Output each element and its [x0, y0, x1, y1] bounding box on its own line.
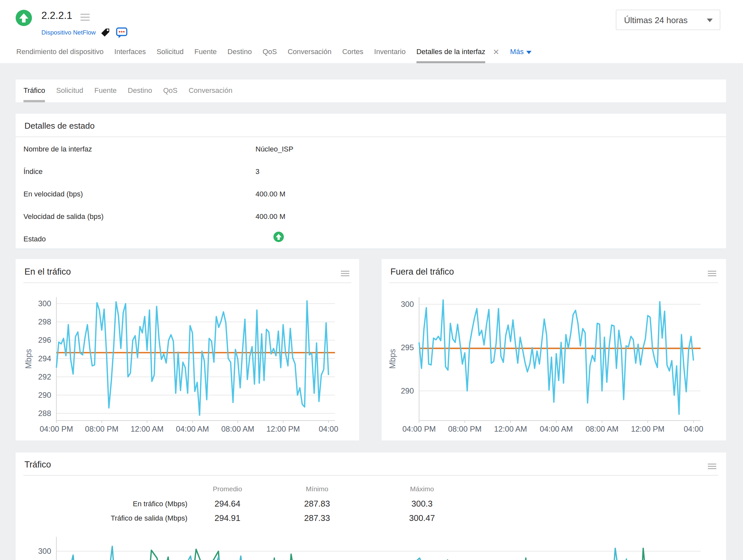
tab-conversaci-n[interactable]: Conversación [288, 48, 332, 63]
svg-text:296: 296 [38, 335, 51, 344]
svg-text:12:00 AM: 12:00 AM [131, 424, 164, 433]
svg-text:300: 300 [38, 547, 51, 555]
status-row-value: 400.00 M [256, 190, 286, 198]
svg-text:298: 298 [38, 317, 51, 326]
svg-text:04:00: 04:00 [319, 424, 338, 433]
chart-menu-icon[interactable] [341, 271, 349, 278]
tag-icon[interactable] [100, 28, 111, 38]
svg-text:12:00 AM: 12:00 AM [494, 424, 527, 433]
status-row-value: 3 [256, 168, 259, 176]
more-label: Más [510, 48, 524, 56]
svg-text:08:00 AM: 08:00 AM [221, 424, 254, 433]
svg-text:Mbps: Mbps [24, 349, 33, 369]
tab-destino[interactable]: Destino [227, 48, 252, 63]
status-up-icon [273, 232, 284, 242]
svg-text:04:00 PM: 04:00 PM [40, 424, 73, 433]
subtab-fuente[interactable]: Fuente [94, 80, 117, 102]
svg-text:12:00 PM: 12:00 PM [266, 424, 300, 433]
status-row: Índice3 [16, 159, 726, 181]
stat-value: 294.91 [214, 513, 241, 523]
tab-cortes[interactable]: Cortes [342, 48, 363, 63]
svg-text:04:00 AM: 04:00 AM [176, 424, 209, 433]
status-row-value: 400.00 M [256, 213, 286, 221]
tab-solicitud[interactable]: Solicitud [157, 48, 183, 63]
status-row: En velocidad (bps)400.00 M [16, 181, 726, 204]
svg-text:12:00 PM: 12:00 PM [631, 424, 664, 433]
stat-value: 287.33 [304, 513, 330, 523]
in-traffic-chart-card: En el tráfico 28829029229429629830004:00… [16, 259, 359, 440]
chart-menu-icon[interactable] [708, 271, 716, 278]
stat-value: 294.64 [214, 499, 241, 509]
device-menu-icon[interactable] [81, 14, 90, 22]
tab-inventario[interactable]: Inventario [374, 48, 406, 63]
tab-fuente[interactable]: Fuente [194, 48, 217, 63]
dropdown-caret-icon [707, 18, 713, 22]
svg-text:08:00 PM: 08:00 PM [85, 424, 119, 433]
status-details-title: Detalles de estado [25, 121, 94, 131]
svg-text:08:00 PM: 08:00 PM [448, 424, 482, 433]
chart-menu-icon[interactable] [708, 464, 716, 470]
stat-column-header: Promedio [213, 485, 242, 493]
status-row-value: Núcleo_ISP [256, 145, 293, 153]
svg-text:04:00 AM: 04:00 AM [540, 424, 573, 433]
traffic-summary-card: Tráfico PromedioMínimoMáximoEn tráfico (… [16, 453, 726, 560]
subtab-tr-fico[interactable]: Tráfico [24, 80, 45, 102]
stat-value: 300.3 [411, 499, 432, 509]
tab-rendimiento-del-dispositivo[interactable]: Rendimiento del dispositivo [16, 48, 104, 63]
device-tab-bar: Rendimiento del dispositivoInterfacesSol… [16, 44, 531, 63]
svg-text:290: 290 [401, 386, 414, 395]
svg-text:292: 292 [38, 372, 51, 381]
traffic-chart: 300 [16, 534, 726, 560]
svg-text:04:00 PM: 04:00 PM [402, 424, 436, 433]
in-traffic-chart: 28829029229429629830004:00 PM08:00 PM12:… [16, 283, 359, 440]
time-range-dropdown[interactable]: Últimas 24 horas [616, 10, 720, 30]
traffic-summary-title: Tráfico [25, 460, 51, 470]
svg-text:290: 290 [38, 390, 51, 400]
stat-value: 287.83 [304, 499, 330, 509]
status-row-label: Velocidad de salida (bps) [24, 213, 104, 221]
in-traffic-chart-title: En el tráfico [25, 267, 71, 277]
chevron-down-icon [526, 51, 531, 54]
device-status-up-icon [16, 10, 32, 26]
tab-detalles-de-la-interfaz[interactable]: Detalles de la interfaz [417, 48, 486, 63]
status-row: Velocidad de salida (bps)400.00 M [16, 204, 726, 226]
stat-column-header: Máximo [410, 485, 434, 493]
status-row-label: Índice [24, 168, 43, 176]
out-traffic-chart-card: Fuera del tráfico 29029530004:00 PM08:00… [382, 259, 726, 440]
page-title: 2.2.2.1 [41, 10, 72, 21]
stat-row-label: En tráfico (Mbps) [133, 500, 188, 508]
stat-column-header: Mínimo [306, 485, 329, 493]
status-row-label: Nombre de la interfaz [24, 145, 92, 153]
status-row-label: En velocidad (bps) [24, 190, 83, 198]
subtab-qos[interactable]: QoS [163, 80, 178, 102]
svg-text:294: 294 [38, 354, 51, 363]
status-row: Nombre de la interfazNúcleo_ISP [16, 137, 726, 159]
stat-row-label: Tráfico de salida (Mbps) [111, 514, 187, 522]
page-header: 2.2.2.1 Dispositivo NetFlow Últimas 24 h… [0, 0, 743, 63]
subtab-solicitud[interactable]: Solicitud [56, 80, 83, 102]
tab-more[interactable]: Más [510, 48, 531, 63]
device-type-link[interactable]: Dispositivo NetFlow [41, 29, 96, 36]
svg-text:300: 300 [401, 300, 414, 309]
subtab-conversaci-n[interactable]: Conversación [189, 80, 233, 102]
status-row-value [256, 232, 284, 244]
svg-text:300: 300 [38, 299, 51, 308]
divider [24, 475, 718, 476]
svg-text:04:00: 04:00 [684, 424, 703, 433]
out-traffic-chart-title: Fuera del tráfico [390, 267, 454, 277]
status-row-label: Estado [24, 235, 46, 243]
close-tab-icon[interactable]: ✕ [493, 48, 499, 63]
comment-icon[interactable] [116, 28, 128, 38]
svg-text:Mbps: Mbps [388, 349, 397, 369]
out-traffic-chart: 29029530004:00 PM08:00 PM12:00 AM04:00 A… [382, 283, 726, 440]
time-range-value: Últimas 24 horas [624, 15, 688, 26]
stat-value: 300.47 [409, 513, 435, 523]
tab-qos[interactable]: QoS [263, 48, 277, 63]
interface-subtabs: TráficoSolicitudFuenteDestinoQoSConversa… [16, 80, 726, 102]
tab-interfaces[interactable]: Interfaces [115, 48, 146, 63]
status-row: Estado [16, 226, 726, 249]
status-details-card: Detalles de estado Nombre de la interfaz… [16, 114, 726, 248]
svg-text:288: 288 [38, 409, 51, 418]
subtab-destino[interactable]: Destino [128, 80, 152, 102]
svg-text:295: 295 [401, 343, 414, 352]
